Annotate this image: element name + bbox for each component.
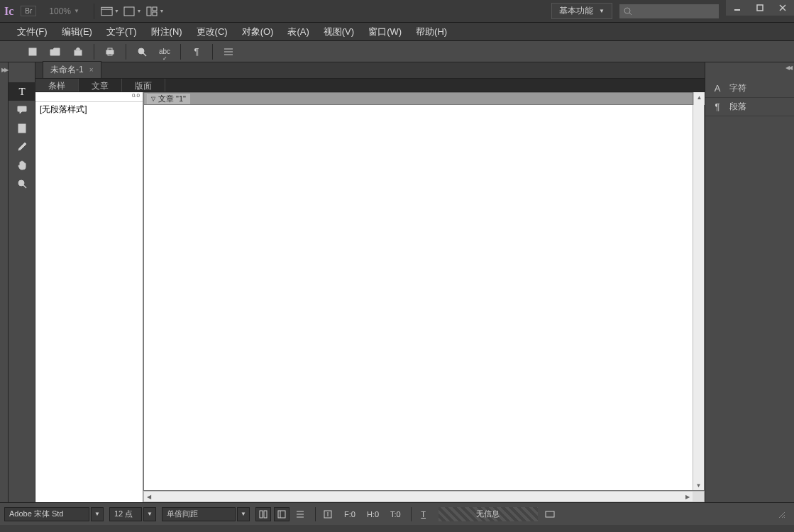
menu-edit[interactable]: 编辑(E) — [55, 23, 99, 41]
save-button[interactable] — [70, 43, 87, 60]
hand-tool[interactable] — [9, 156, 35, 174]
scroll-left-icon[interactable]: ◀ — [144, 492, 154, 501]
svg-line-38 — [779, 512, 785, 518]
find-button[interactable] — [133, 43, 150, 60]
columns-button-2[interactable] — [274, 507, 290, 521]
view-mode2-button[interactable]: ▼ — [123, 4, 142, 19]
scroll-corner-top: ▲ — [693, 92, 705, 105]
view-mode1-button[interactable]: ▼ — [101, 4, 119, 19]
columns-button-1[interactable] — [255, 507, 271, 521]
close-button[interactable] — [771, 0, 794, 16]
menu-changes[interactable]: 更改(C) — [189, 23, 235, 41]
workspace-select[interactable]: 基本功能 ▼ — [551, 3, 612, 19]
divider — [315, 507, 316, 521]
zoom-tool[interactable] — [9, 174, 35, 193]
open-button[interactable] — [47, 43, 64, 60]
menu-object[interactable]: 对象(O) — [235, 23, 281, 41]
search-icon — [624, 7, 632, 16]
font-family-dropdown[interactable]: ▼ — [91, 507, 104, 521]
font-family-field[interactable]: Adobe 宋体 Std — [4, 507, 89, 521]
pilcrow-button[interactable]: ¶ — [188, 43, 205, 60]
svg-rect-12 — [29, 48, 36, 55]
panel-tabs: 条样 文章 版面 — [35, 78, 705, 92]
leading-dropdown[interactable]: ▼ — [237, 507, 250, 521]
styles-ruler: 0.0 — [35, 92, 143, 102]
type-tool[interactable]: T — [9, 82, 35, 101]
scroll-corner — [693, 492, 704, 501]
status-noinfo: 无信息 — [439, 507, 538, 521]
paragraph-icon: ¶ — [711, 101, 724, 112]
svg-rect-5 — [153, 12, 157, 16]
menu-view[interactable]: 视图(V) — [316, 23, 361, 41]
print-button[interactable] — [101, 43, 118, 60]
align-button[interactable] — [292, 507, 308, 521]
font-size-field[interactable]: 12 点 — [109, 507, 142, 521]
spellcheck-button[interactable]: abc✓ — [156, 43, 173, 60]
svg-rect-29 — [264, 511, 267, 518]
page-tool[interactable] — [9, 119, 35, 138]
info-icon[interactable]: T — [416, 507, 431, 521]
menu-type[interactable]: 文字(T) — [99, 23, 144, 41]
app-logo: Ic — [4, 5, 13, 18]
svg-line-18 — [143, 53, 146, 56]
zoom-select[interactable]: 100% ▼ — [46, 5, 82, 18]
svg-point-17 — [138, 48, 144, 54]
menu-window[interactable]: 窗口(W) — [361, 23, 409, 41]
minimize-button[interactable] — [726, 0, 749, 16]
close-tab-icon[interactable]: × — [89, 66, 94, 74]
bridge-button[interactable]: Br — [21, 6, 36, 16]
arrange-button[interactable]: ▼ — [146, 4, 165, 19]
divider — [212, 44, 213, 60]
status-f: F:0 — [338, 510, 361, 519]
scroll-right-icon[interactable]: ▶ — [683, 492, 693, 501]
stats-icon[interactable] — [320, 507, 336, 521]
status-bar: Adobe 宋体 Std ▼ 12 点 ▼ 单倍间距 ▼ F:0 H:0 T:0… — [0, 502, 794, 525]
note-tool[interactable] — [9, 101, 35, 119]
chevron-right-icon: ▶▶ — [1, 67, 7, 73]
panel-paragraph-label: 段落 — [729, 101, 746, 113]
svg-rect-9 — [757, 5, 763, 11]
svg-rect-13 — [75, 50, 82, 55]
scroll-up-icon[interactable]: ▲ — [694, 92, 705, 102]
menu-notes[interactable]: 附注(N) — [144, 23, 189, 41]
font-size-dropdown[interactable]: ▼ — [143, 507, 156, 521]
divider — [411, 507, 412, 521]
document-tab[interactable]: 未命名-1 × — [43, 61, 101, 78]
style-item-none[interactable]: [无段落样式] — [35, 102, 143, 117]
caret-down-icon: ▼ — [159, 9, 164, 13]
svg-point-6 — [624, 8, 630, 13]
resize-grip[interactable] — [776, 507, 787, 521]
panel-character[interactable]: A 字符 — [705, 79, 794, 98]
eyedropper-tool[interactable] — [9, 138, 35, 156]
caret-down-icon: ▼ — [599, 8, 605, 14]
panel-character-label: 字符 — [729, 82, 746, 94]
svg-line-27 — [23, 185, 26, 188]
menu-help[interactable]: 帮助(H) — [409, 23, 454, 41]
left-expander[interactable]: ▶▶ — [0, 62, 9, 502]
horizontal-scrollbar[interactable]: ◀ ▶ — [143, 491, 705, 502]
maximize-button[interactable] — [749, 0, 771, 16]
editor-wrap: ▽ 文章 "1" ▲ ▼ ◀ — [143, 92, 705, 502]
menu-table[interactable]: 表(A) — [280, 23, 316, 41]
menu-file[interactable]: 文件(F) — [10, 23, 55, 41]
svg-line-40 — [784, 517, 785, 518]
vertical-scrollbar[interactable]: ▼ — [693, 105, 704, 490]
tab-story[interactable]: 文章 — [79, 79, 122, 92]
panel-paragraph[interactable]: ¶ 段落 — [705, 98, 794, 116]
new-doc-button[interactable] — [24, 43, 41, 60]
tab-galley[interactable]: 条样 — [35, 79, 79, 92]
workspace-label: 基本功能 — [559, 5, 593, 17]
scrollbar-track[interactable] — [154, 492, 683, 501]
zoom-value: 100% — [49, 6, 71, 16]
story-title-bar[interactable]: ▽ 文章 "1" — [143, 92, 693, 105]
editor-page[interactable] — [144, 105, 693, 490]
caret-down-icon: ▼ — [114, 9, 119, 13]
leading-field[interactable]: 单倍间距 — [162, 507, 236, 521]
status-nav-icon[interactable] — [542, 507, 558, 521]
tab-layout[interactable]: 版面 — [122, 79, 165, 92]
scrollbar-track[interactable] — [693, 115, 704, 480]
lines-button[interactable] — [220, 43, 237, 60]
right-collapse[interactable]: ◀◀ — [705, 62, 794, 72]
search-box[interactable] — [619, 4, 719, 18]
scroll-down-icon[interactable]: ▼ — [693, 480, 704, 490]
